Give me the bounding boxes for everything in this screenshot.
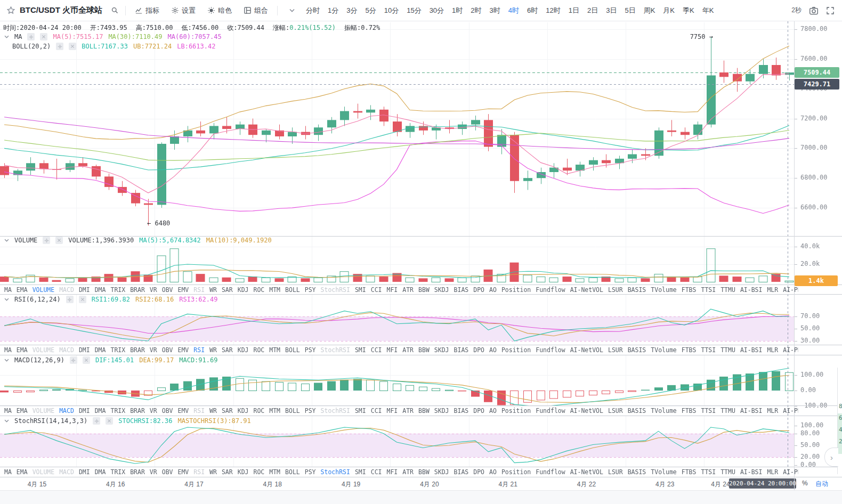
indicator-tab-cci[interactable]: CCI: [371, 286, 382, 294]
indicator-tab-vr[interactable]: VR: [150, 407, 157, 414]
indicator-tab-smi[interactable]: SMI: [355, 286, 366, 294]
indicator-tab-position[interactable]: Position: [501, 407, 531, 414]
ma-settings-icon[interactable]: [27, 33, 35, 40]
timeframe-5日[interactable]: 5日: [625, 6, 635, 15]
indicator-tab-dmi[interactable]: DMI: [79, 468, 90, 476]
indicator-tab-cci[interactable]: CCI: [371, 346, 382, 354]
indicator-tab-fundflow[interactable]: Fundflow: [536, 468, 565, 476]
indicator-tab-stochrsi[interactable]: StochRSI: [321, 407, 350, 414]
settings-button[interactable]: 设置: [171, 6, 196, 15]
indicator-tab-cci[interactable]: CCI: [371, 407, 382, 414]
indicator-tab-emv[interactable]: EMV: [178, 407, 189, 414]
indicator-tab-sar[interactable]: SAR: [222, 468, 233, 476]
timeframe-月K[interactable]: 月K: [663, 6, 675, 15]
indicator-tab-basis[interactable]: BASIS: [628, 468, 646, 476]
macd-close-icon[interactable]: [83, 356, 90, 364]
collapse-caret-icon[interactable]: [4, 35, 9, 38]
indicator-tab-ftbs[interactable]: FTBS: [682, 407, 697, 414]
indicator-tab-ttmu[interactable]: TTMU: [720, 346, 735, 354]
indicator-tab-ftbs[interactable]: FTBS: [682, 468, 697, 476]
indicators-button[interactable]: 指标: [135, 6, 159, 15]
timeframe-1分[interactable]: 1分: [328, 6, 338, 15]
indicator-tab-mlr[interactable]: MLR: [767, 346, 778, 354]
indicator-tab-mfi[interactable]: MFI: [386, 346, 398, 354]
indicator-tab-boll[interactable]: BOLL: [285, 468, 300, 476]
indicator-tab-volume[interactable]: VOLUME: [33, 286, 55, 294]
indicator-tab-trix[interactable]: TRIX: [110, 468, 125, 476]
indicator-tab-macd[interactable]: MACD: [59, 286, 74, 294]
indicator-tab-obv[interactable]: OBV: [162, 468, 173, 476]
timeframe-12时[interactable]: 12时: [546, 6, 560, 15]
indicator-tab-ao[interactable]: AO: [489, 407, 497, 414]
indicator-tab-dpo[interactable]: DPO: [473, 286, 484, 294]
rsi-close-icon[interactable]: [79, 296, 86, 303]
indicator-tab-dpo[interactable]: DPO: [473, 468, 484, 476]
timeframe-2日[interactable]: 2日: [587, 6, 598, 15]
indicator-tab-ma[interactable]: MA: [4, 468, 12, 476]
indicator-tab-mlr[interactable]: MLR: [767, 468, 778, 476]
indicator-tab-dma[interactable]: DMA: [95, 468, 106, 476]
indicator-tab-volume[interactable]: VOLUME: [33, 468, 55, 476]
indicator-tab-ema[interactable]: EMA: [17, 468, 28, 476]
timeframe-5分[interactable]: 5分: [365, 6, 376, 15]
timeframe-1时[interactable]: 1时: [452, 6, 463, 15]
indicator-tab-sar[interactable]: SAR: [222, 407, 233, 414]
indicator-tab-lsur[interactable]: LSUR: [608, 346, 623, 354]
indicator-tab-rsi[interactable]: RSI: [193, 468, 205, 476]
indicator-tab-ttsi[interactable]: TTSI: [701, 346, 716, 354]
indicator-tab-kdj[interactable]: KDJ: [238, 286, 249, 294]
search-icon[interactable]: [111, 6, 119, 14]
indicator-tab-ai-netvol[interactable]: AI-NetVOL: [570, 346, 603, 354]
indicator-tab-psy[interactable]: PSY: [305, 286, 316, 294]
indicator-tab-stochrsi[interactable]: StochRSI: [321, 286, 350, 294]
indicator-tab-kdj[interactable]: KDJ: [238, 468, 249, 476]
indicator-tab-ttsi[interactable]: TTSI: [701, 286, 716, 294]
indicator-tab-roc[interactable]: ROC: [253, 468, 264, 476]
indicator-tab-ma[interactable]: MA: [4, 346, 12, 354]
indicator-tab-roc[interactable]: ROC: [253, 286, 264, 294]
indicator-tab-ai-bsi[interactable]: AI-BSI: [740, 286, 763, 294]
indicator-tab-mfi[interactable]: MFI: [386, 286, 398, 294]
timeframe-3分[interactable]: 3分: [346, 6, 357, 15]
indicator-tab-emv[interactable]: EMV: [178, 286, 189, 294]
indicator-tab-skdj[interactable]: SKDJ: [434, 346, 449, 354]
indicator-tab-dmi[interactable]: DMI: [79, 407, 90, 414]
indicator-tab-atr[interactable]: ATR: [402, 286, 414, 294]
collapse-caret-icon[interactable]: [4, 419, 9, 422]
indicator-tab-dma[interactable]: DMA: [95, 286, 106, 294]
indicator-tab-ema[interactable]: EMA: [17, 407, 28, 414]
volume-close-icon[interactable]: [55, 237, 63, 244]
indicator-tab-basis[interactable]: BASIS: [628, 286, 646, 294]
timeframe-4时[interactable]: 4时: [508, 6, 519, 15]
indicator-tab-volume[interactable]: VOLUME: [33, 346, 55, 354]
boll-settings-icon[interactable]: [56, 43, 63, 50]
indicator-tab-ai-bsi[interactable]: AI-BSI: [740, 346, 763, 354]
indicator-tab-mfi[interactable]: MFI: [386, 468, 398, 476]
indicator-tab-ai-pd[interactable]: AI-PD: [783, 346, 798, 354]
indicator-tab-macd[interactable]: MACD: [59, 468, 74, 476]
indicator-tab-kdj[interactable]: KDJ: [238, 346, 249, 354]
indicator-tab-dmi[interactable]: DMI: [79, 286, 90, 294]
indicator-tab-rsi[interactable]: RSI: [193, 286, 205, 294]
indicator-tab-ma[interactable]: MA: [4, 286, 12, 294]
indicator-tab-skdj[interactable]: SKDJ: [434, 468, 449, 476]
macd-settings-icon[interactable]: [70, 356, 77, 364]
indicator-tab-boll[interactable]: BOLL: [285, 346, 300, 354]
indicator-tab-ttsi[interactable]: TTSI: [701, 407, 716, 414]
indicator-tab-basis[interactable]: BASIS: [628, 407, 646, 414]
volume-settings-icon[interactable]: [43, 237, 50, 244]
indicator-tab-dmi[interactable]: DMI: [79, 346, 90, 354]
timeframe-3日[interactable]: 3日: [606, 6, 617, 15]
indicator-tab-ao[interactable]: AO: [489, 468, 497, 476]
indicator-tab-volume[interactable]: VOLUME: [33, 407, 55, 414]
timeframe-30分[interactable]: 30分: [430, 6, 444, 15]
indicator-tab-bbw[interactable]: BBW: [418, 468, 430, 476]
ma-close-icon[interactable]: [40, 33, 47, 40]
indicator-tab-vr[interactable]: VR: [150, 286, 157, 294]
indicator-tab-stochrsi[interactable]: StochRSI: [321, 346, 350, 354]
indicator-tab-smi[interactable]: SMI: [355, 346, 366, 354]
expand-panel-button[interactable]: ›: [824, 448, 838, 467]
indicator-tab-trix[interactable]: TRIX: [110, 407, 125, 414]
indicator-tab-bias[interactable]: BIAS: [454, 286, 469, 294]
indicator-tab-tvolume[interactable]: TVolume: [651, 286, 676, 294]
